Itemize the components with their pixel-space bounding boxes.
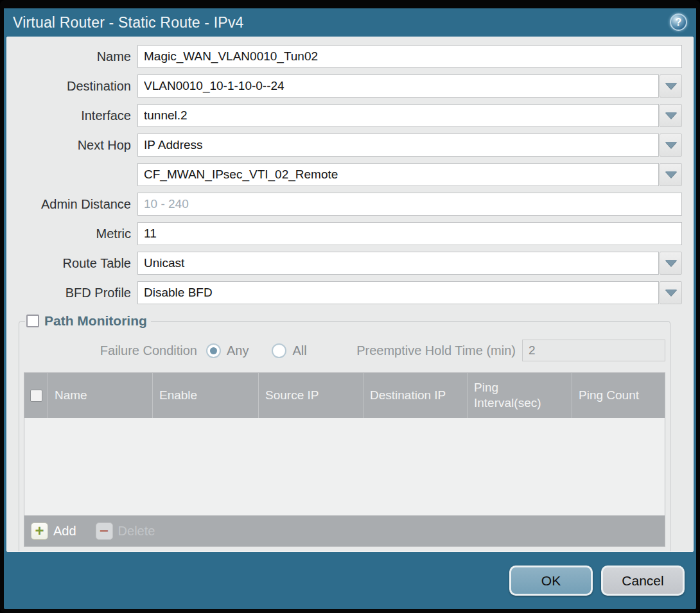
plus-icon: + <box>31 522 48 540</box>
failure-condition-all-radio[interactable]: All <box>272 343 306 358</box>
interface-input[interactable] <box>137 104 659 127</box>
name-row: Name <box>7 45 682 68</box>
dialog-body: Name Destination Interface <box>6 37 694 552</box>
path-monitoring-checkbox[interactable] <box>26 315 39 327</box>
interface-dropdown-button[interactable] <box>660 104 682 127</box>
column-header-source-ip[interactable]: Source IP <box>258 373 363 418</box>
destination-input[interactable] <box>137 74 659 98</box>
preemptive-hold-time-input[interactable] <box>522 340 665 361</box>
name-input[interactable] <box>137 45 682 68</box>
radio-icon <box>206 343 221 358</box>
dialog-footer: OK Cancel <box>4 552 696 609</box>
next-hop-address-dropdown-button[interactable] <box>660 163 682 186</box>
interface-label: Interface <box>7 108 137 123</box>
metric-row: Metric <box>7 222 682 245</box>
column-header-enable[interactable]: Enable <box>152 373 258 418</box>
delete-button[interactable]: − Delete <box>96 522 155 540</box>
route-table-row: Route Table <box>7 252 682 275</box>
failure-condition-any-radio[interactable]: Any <box>206 343 249 358</box>
chevron-down-icon <box>665 83 677 89</box>
chevron-down-icon <box>665 171 677 178</box>
column-header-ping-interval[interactable]: Ping Interval(sec) <box>467 373 572 418</box>
chevron-down-icon <box>665 142 677 148</box>
column-header-destination-ip[interactable]: Destination IP <box>363 373 467 418</box>
select-all-cell <box>24 373 48 418</box>
admin-distance-label: Admin Distance <box>7 197 137 212</box>
route-table-input[interactable] <box>137 252 659 275</box>
failure-condition-label: Failure Condition <box>24 343 197 358</box>
chevron-down-icon <box>665 260 677 266</box>
bfd-profile-label: BFD Profile <box>7 286 137 300</box>
cancel-button[interactable]: Cancel <box>601 566 685 596</box>
bfd-profile-row: BFD Profile <box>7 281 682 304</box>
table-header: Name Enable Source IP Destination IP Pin… <box>24 373 665 418</box>
failure-condition-options: Any All <box>197 343 307 358</box>
path-monitoring-title: Path Monitoring <box>44 313 147 329</box>
dialog-titlebar: Virtual Router - Static Route - IPv4 ? <box>4 8 696 37</box>
radio-icon <box>272 343 286 358</box>
destination-row: Destination <box>7 74 682 98</box>
route-table-label: Route Table <box>7 256 137 271</box>
chevron-down-icon <box>665 112 677 119</box>
interface-row: Interface <box>7 104 682 127</box>
admin-distance-input[interactable] <box>137 193 682 216</box>
bfd-profile-dropdown-button[interactable] <box>660 281 682 304</box>
path-monitoring-legend: Path Monitoring <box>25 313 151 329</box>
delete-button-label: Delete <box>118 524 155 539</box>
failure-condition-row: Failure Condition Any All Preemptive Hol… <box>24 339 665 362</box>
static-route-dialog: Virtual Router - Static Route - IPv4 ? N… <box>0 0 700 613</box>
bfd-profile-input[interactable] <box>137 281 659 304</box>
dialog-title: Virtual Router - Static Route - IPv4 <box>13 14 244 31</box>
select-all-checkbox[interactable] <box>30 390 42 402</box>
minus-icon: − <box>96 522 113 540</box>
name-label: Name <box>7 49 137 64</box>
metric-label: Metric <box>7 227 137 241</box>
column-header-ping-count[interactable]: Ping Count <box>572 373 665 418</box>
add-button[interactable]: + Add <box>31 522 76 540</box>
next-hop-row: Next Hop <box>7 134 682 157</box>
metric-input[interactable] <box>137 222 682 245</box>
help-icon[interactable]: ? <box>670 13 687 31</box>
preemptive-hold-time-group: Preemptive Hold Time (min) <box>356 340 665 361</box>
preemptive-hold-time-label: Preemptive Hold Time (min) <box>356 343 522 358</box>
failure-condition-all-label: All <box>292 343 306 358</box>
admin-distance-row: Admin Distance <box>7 193 682 216</box>
failure-condition-any-label: Any <box>227 343 249 358</box>
route-table-dropdown-button[interactable] <box>660 252 682 275</box>
table-footer: + Add − Delete <box>24 515 665 546</box>
table-body-empty <box>24 418 665 515</box>
destination-dropdown-button[interactable] <box>660 74 682 98</box>
path-monitoring-section: Path Monitoring Failure Condition Any Al… <box>19 313 670 552</box>
ok-button[interactable]: OK <box>509 566 593 596</box>
add-button-label: Add <box>53 524 76 539</box>
next-hop-type-input[interactable] <box>137 134 659 157</box>
path-monitoring-table: Name Enable Source IP Destination IP Pin… <box>24 372 665 547</box>
column-header-name[interactable]: Name <box>48 373 152 418</box>
next-hop-address-row <box>7 163 682 186</box>
next-hop-address-input[interactable] <box>137 163 659 186</box>
next-hop-label: Next Hop <box>7 138 137 153</box>
next-hop-dropdown-button[interactable] <box>660 134 682 157</box>
chevron-down-icon <box>665 289 677 296</box>
destination-label: Destination <box>7 79 137 94</box>
